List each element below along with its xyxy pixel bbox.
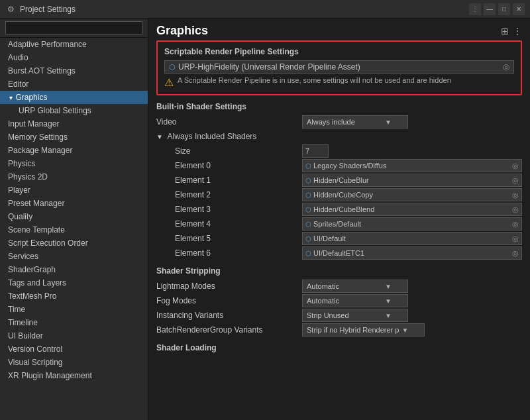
sidebar-item-urp-global-settings[interactable]: URP Global Settings — [0, 104, 148, 117]
app-icon: ⚙ — [5, 4, 16, 15]
sidebar-item-timeline[interactable]: Timeline — [0, 316, 148, 329]
batch-renderer-value: Strip if no Hybrid Renderer p — [307, 326, 399, 334]
window-title: Project Settings — [20, 5, 469, 14]
srp-asset-name: URP-HighFidelity (Universal Render Pipel… — [178, 62, 503, 72]
always-included-shaders-row: ▼ Always Included Shaders — [156, 130, 522, 143]
shader-2-text: Hidden/CubeCopy — [313, 191, 511, 199]
srp-title: Scriptable Render Pipeline Settings — [164, 47, 514, 56]
fog-modes-label: Fog Modes — [156, 296, 302, 305]
sidebar-item-services[interactable]: Services — [0, 250, 148, 263]
sidebar-item-physics[interactable]: Physics — [0, 157, 148, 170]
srp-warning: ⚠ A Scriptable Render Pipeline is in use… — [164, 76, 514, 89]
warning-icon: ⚠ — [164, 76, 174, 89]
video-dropdown[interactable]: Always include ▼ — [302, 115, 408, 129]
maximize-button[interactable]: □ — [498, 3, 510, 15]
settings-icon[interactable]: ⊞ — [501, 26, 509, 36]
always-included-label: Always Included Shaders — [168, 132, 257, 141]
sidebar-item-time[interactable]: Time — [0, 303, 148, 316]
sidebar-item-tags-and-layers[interactable]: Tags and Layers — [0, 276, 148, 289]
element-1-value: ⬡ Hidden/CubeBlur ◎ — [302, 174, 522, 187]
lightmap-modes-label: Lightmap Modes — [156, 282, 302, 291]
sidebar-item-script-execution-order[interactable]: Script Execution Order — [0, 236, 148, 250]
instancing-variants-value: Strip Unused — [307, 311, 349, 319]
menu-icon[interactable]: ⋮ — [469, 3, 481, 15]
more-options-icon[interactable]: ⋮ — [513, 26, 522, 36]
sidebar-item-physics-2d[interactable]: Physics 2D — [0, 170, 148, 184]
content-area: Graphics ⊞ ⋮ Scriptable Render Pipeline … — [148, 19, 530, 420]
sidebar-item-adaptive-performance[interactable]: Adaptive Performance — [0, 38, 148, 51]
element-2-label: Element 2 — [156, 190, 302, 199]
builtin-shader-section-header: Built-in Shader Settings — [156, 102, 522, 111]
element-0-label: Element 0 — [156, 161, 302, 170]
element-3-value: ⬡ Hidden/CubeBlend ◎ — [302, 203, 522, 216]
shader-5-text: UI/Default — [313, 235, 511, 242]
shader-2-target[interactable]: ◎ — [512, 191, 519, 199]
shader-5-icon: ⬡ — [305, 235, 311, 242]
sidebar-item-visual-scripting[interactable]: Visual Scripting — [0, 356, 148, 369]
sidebar-item-xr-plugin-management[interactable]: XR Plugin Management — [0, 369, 148, 382]
srp-section: Scriptable Render Pipeline Settings ⬡ UR… — [156, 40, 522, 95]
shader-4-target[interactable]: ◎ — [512, 220, 519, 229]
close-button[interactable]: ✕ — [513, 3, 525, 15]
srp-asset-row: ⬡ URP-HighFidelity (Universal Render Pip… — [164, 60, 514, 74]
lightmap-modes-dropdown[interactable]: Automatic ▼ — [302, 280, 408, 293]
sidebar-item-preset-manager[interactable]: Preset Manager — [0, 197, 148, 210]
instancing-dropdown-arrow: ▼ — [385, 312, 392, 319]
sidebar-item-player[interactable]: Player — [0, 184, 148, 197]
sidebar-item-graphics[interactable]: Graphics — [0, 91, 148, 104]
element-4-label: Element 4 — [156, 219, 302, 229]
shader-stripping-section-header: Shader Stripping — [156, 266, 522, 276]
sidebar-item-ui-builder[interactable]: UI Builder — [0, 329, 148, 342]
main-layout: Adaptive Performance Audio Burst AOT Set… — [0, 19, 530, 420]
shader-6-icon: ⬡ — [305, 250, 311, 257]
sidebar-item-input-manager[interactable]: Input Manager — [0, 117, 148, 131]
shader-0-target[interactable]: ◎ — [512, 162, 519, 170]
element-6-row: Element 6 ⬡ UI/DefaultETC1 ◎ — [156, 246, 522, 260]
always-included-toggle[interactable]: ▼ Always Included Shaders — [156, 132, 302, 141]
sidebar-item-burst-aot-settings[interactable]: Burst AOT Settings — [0, 64, 148, 78]
fog-modes-value: Automatic — [307, 297, 339, 305]
sidebar-item-package-manager[interactable]: Package Manager — [0, 144, 148, 157]
shader-3-icon: ⬡ — [305, 206, 311, 213]
minimize-button[interactable]: — — [484, 3, 496, 15]
asset-icon: ⬡ — [169, 63, 176, 72]
srp-warning-text: A Scriptable Render Pipeline is in use, … — [178, 76, 451, 84]
element-4-row: Element 4 ⬡ Sprites/Default ◎ — [156, 217, 522, 231]
shader-6-target[interactable]: ◎ — [512, 249, 519, 258]
sidebar: Adaptive Performance Audio Burst AOT Set… — [0, 19, 148, 420]
element-2-row: Element 2 ⬡ Hidden/CubeCopy ◎ — [156, 188, 522, 201]
instancing-variants-dropdown[interactable]: Strip Unused ▼ — [302, 309, 408, 322]
shader-4-icon: ⬡ — [305, 221, 311, 228]
sidebar-item-quality[interactable]: Quality — [0, 210, 148, 223]
sidebar-item-version-control[interactable]: Version Control — [0, 342, 148, 356]
video-label: Video — [156, 117, 302, 127]
search-input[interactable] — [5, 21, 142, 34]
sidebar-item-audio[interactable]: Audio — [0, 51, 148, 64]
element-4-value: ⬡ Sprites/Default ◎ — [302, 217, 522, 231]
shader-1-target[interactable]: ◎ — [512, 176, 519, 185]
fog-dropdown-arrow: ▼ — [385, 297, 392, 305]
sidebar-item-textmesh-pro[interactable]: TextMesh Pro — [0, 289, 148, 303]
shader-5-target[interactable]: ◎ — [512, 235, 519, 243]
sidebar-item-memory-settings[interactable]: Memory Settings — [0, 131, 148, 144]
size-label: Size — [156, 146, 302, 156]
size-input[interactable] — [302, 144, 329, 158]
batch-renderer-label: BatchRendererGroup Variants — [156, 325, 302, 335]
sidebar-item-editor[interactable]: Editor — [0, 78, 148, 91]
element-5-value: ⬡ UI/Default ◎ — [302, 232, 522, 245]
shader-0-icon: ⬡ — [305, 162, 311, 170]
srp-target-icon[interactable]: ◎ — [503, 62, 509, 72]
shader-3-target[interactable]: ◎ — [512, 205, 519, 214]
element-5-label: Element 5 — [156, 234, 302, 243]
lightmap-modes-value: Automatic — [307, 282, 339, 290]
sidebar-item-scene-template[interactable]: Scene Template — [0, 223, 148, 236]
window-controls: ⋮ — □ ✕ — [469, 3, 525, 15]
batch-renderer-dropdown[interactable]: Strip if no Hybrid Renderer p ▼ — [302, 323, 425, 337]
fog-modes-dropdown[interactable]: Automatic ▼ — [302, 294, 408, 307]
video-dropdown-arrow: ▼ — [385, 119, 392, 126]
shader-1-icon: ⬡ — [305, 177, 311, 184]
video-dropdown-value: Always include — [307, 118, 355, 126]
element-2-value: ⬡ Hidden/CubeCopy ◎ — [302, 188, 522, 201]
sidebar-item-shader-graph[interactable]: ShaderGraph — [0, 263, 148, 276]
content-header: Graphics ⊞ ⋮ — [148, 19, 530, 40]
